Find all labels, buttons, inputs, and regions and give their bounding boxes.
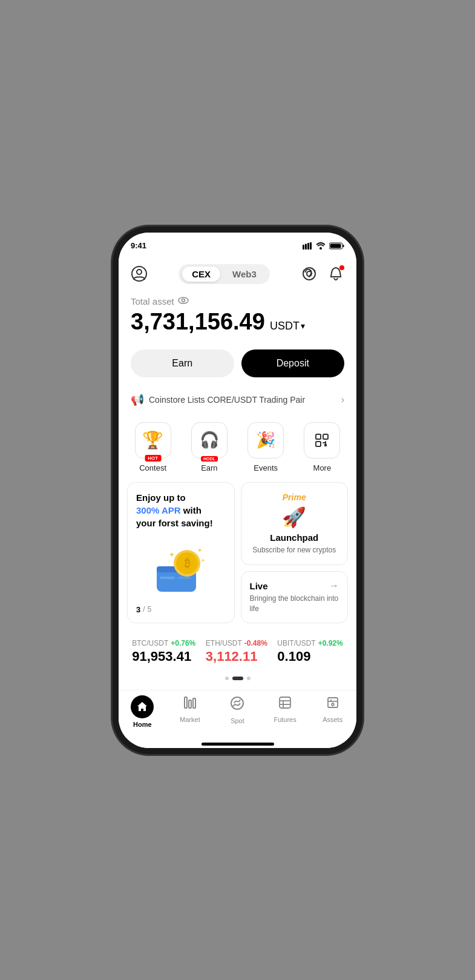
svg-rect-3	[310, 242, 312, 250]
page-indicator: 3 / 5	[136, 605, 226, 614]
ubit-pair: UBIT/USDT	[277, 639, 315, 647]
svg-text:✦: ✦	[197, 547, 202, 554]
svg-point-4	[319, 247, 322, 250]
svg-rect-23	[178, 577, 191, 579]
nav-market[interactable]: Market	[169, 695, 211, 728]
ubit-price: 0.109	[277, 649, 342, 664]
svg-point-38	[332, 703, 334, 706]
notification-icon[interactable]	[327, 265, 344, 282]
nav-spot-label: Spot	[231, 717, 244, 724]
asset-currency[interactable]: USDT ▾	[270, 320, 305, 333]
web3-tab[interactable]: Web3	[223, 267, 266, 282]
futures-icon	[278, 695, 292, 713]
rocket-icon: 🚀	[282, 506, 306, 529]
svg-rect-16	[316, 442, 321, 446]
ubit-change: +0.92%	[318, 639, 343, 647]
svg-point-9	[137, 270, 142, 274]
launchpad-title: Launchpad	[270, 532, 318, 543]
btc-change: +0.76%	[171, 639, 195, 647]
nav-assets-label: Assets	[323, 716, 342, 723]
announcement-banner[interactable]: 📢 Coinstore Lists CORE/USDT Trading Pair…	[119, 387, 356, 412]
svg-rect-14	[316, 434, 321, 439]
more-icon	[304, 422, 340, 459]
svg-point-12	[179, 297, 188, 303]
live-title: Live	[250, 581, 268, 591]
deposit-button[interactable]: Deposit	[241, 349, 345, 377]
earn-promo-text: Enjoy up to 300% APR with your forst sav…	[136, 491, 226, 529]
spot-icon	[229, 695, 245, 715]
svg-rect-6	[330, 243, 341, 248]
nav-market-label: Market	[180, 716, 200, 723]
ticker-eth[interactable]: ETH/USDT -0.48% 3,112.11	[206, 639, 267, 664]
svg-rect-22	[160, 577, 175, 579]
eye-icon[interactable]	[178, 296, 189, 306]
earn-promo-card[interactable]: Enjoy up to 300% APR with your forst sav…	[127, 482, 235, 623]
svg-point-13	[182, 299, 185, 302]
btc-price: 91,953.41	[132, 649, 195, 664]
megaphone-icon: 📢	[131, 393, 144, 406]
ticker-row: BTC/USDT +0.76% 91,953.41 ETH/USDT -0.48…	[119, 633, 356, 674]
contest-label: Contest	[139, 463, 166, 472]
notification-badge	[339, 265, 344, 270]
quick-action-earn[interactable]: 🎧 HODL Earn	[185, 422, 234, 472]
nav-futures[interactable]: Futures	[264, 695, 306, 728]
asset-section: Total asset 3,731,156.49 USDT ▾	[119, 291, 356, 345]
hodl-badge: HODL	[201, 456, 218, 462]
quick-actions: 🏆 HOT Contest 🎧 HODL Earn 🎉 Events	[119, 412, 356, 482]
hot-badge: HOT	[145, 455, 161, 462]
mode-toggle[interactable]: CEX Web3	[179, 264, 270, 284]
contest-icon: 🏆 HOT	[135, 422, 171, 459]
prime-label: Prime	[283, 492, 306, 502]
launchpad-card[interactable]: Prime 🚀 Launchpad Subscribe for new cryp…	[241, 482, 349, 566]
support-icon[interactable]	[301, 265, 318, 282]
svg-rect-0	[303, 245, 304, 250]
svg-rect-2	[307, 243, 309, 250]
quick-action-more[interactable]: More	[298, 422, 346, 472]
dot-2	[232, 677, 243, 680]
events-label: Events	[254, 463, 278, 472]
nav-home-label: Home	[133, 721, 152, 728]
ticker-ubit[interactable]: UBIT/USDT +0.92% 0.109	[277, 639, 342, 664]
nav-spot[interactable]: Spot	[216, 695, 258, 728]
cex-tab[interactable]: CEX	[182, 267, 220, 282]
market-icon	[183, 695, 197, 713]
svg-rect-30	[185, 697, 187, 708]
svg-rect-1	[305, 243, 307, 250]
dot-3	[247, 677, 251, 680]
main-content: Total asset 3,731,156.49 USDT ▾ Earn De	[119, 291, 356, 690]
ticker-btc[interactable]: BTC/USDT +0.76% 91,953.41	[132, 639, 195, 664]
profile-icon[interactable]	[131, 265, 148, 282]
announcement-text: Coinstore Lists CORE/USDT Trading Pair	[149, 395, 305, 405]
svg-text:₿: ₿	[184, 557, 189, 569]
svg-rect-32	[193, 698, 195, 708]
home-bar	[201, 743, 274, 746]
quick-action-contest[interactable]: 🏆 HOT Contest	[129, 422, 177, 472]
top-nav: CEX Web3	[119, 259, 356, 291]
quick-action-events[interactable]: 🎉 Events	[241, 422, 290, 472]
events-icon: 🎉	[247, 422, 284, 459]
svg-rect-15	[323, 434, 328, 439]
svg-rect-31	[189, 700, 191, 708]
svg-rect-7	[343, 245, 344, 247]
dot-1	[225, 677, 229, 680]
more-label: More	[313, 463, 332, 472]
dot-indicators	[119, 674, 356, 685]
live-card[interactable]: Live → Bringing the blockchain into life	[241, 571, 349, 623]
eth-change: -0.48%	[244, 639, 267, 647]
earn-label: Earn	[201, 463, 217, 472]
svg-text:✦: ✦	[169, 551, 175, 559]
live-subtitle: Bringing the blockchain into life	[250, 594, 339, 614]
eth-price: 3,112.11	[206, 649, 267, 664]
launchpad-subtitle: Subscribe for new cryptos	[252, 545, 336, 555]
total-asset-label: Total asset	[131, 296, 174, 306]
nav-home[interactable]: Home	[121, 695, 163, 728]
arrow-right-icon: →	[329, 580, 339, 591]
promo-grid: Enjoy up to 300% APR with your forst sav…	[119, 482, 356, 633]
svg-text:✦: ✦	[201, 558, 205, 563]
svg-point-33	[231, 697, 243, 709]
earn-button[interactable]: Earn	[131, 349, 234, 377]
action-buttons: Earn Deposit	[119, 345, 356, 387]
nav-assets[interactable]: Assets	[312, 695, 354, 728]
bottom-nav: Home Market Spot	[119, 690, 356, 740]
earn-promo-illustration: ₿ ✦ ✦ ✦	[136, 545, 226, 594]
